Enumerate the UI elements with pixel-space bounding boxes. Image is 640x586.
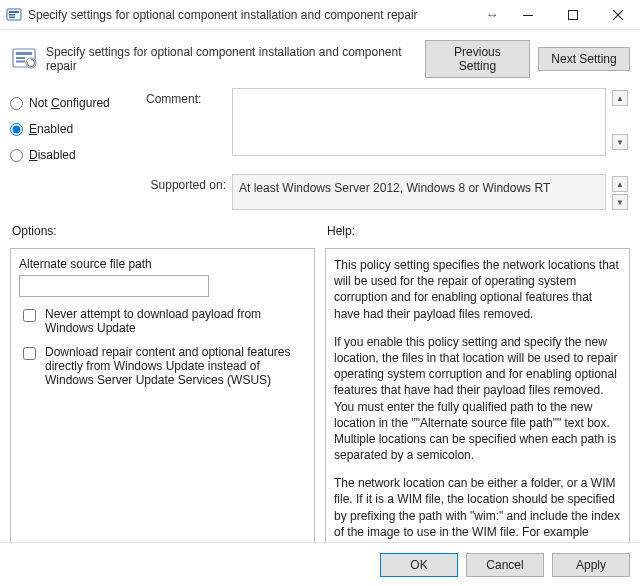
radio-not-configured-input[interactable]	[10, 97, 23, 110]
app-icon	[6, 7, 22, 23]
cancel-button[interactable]: Cancel	[466, 553, 544, 577]
direct-wu-label: Download repair content and optional fea…	[45, 345, 305, 387]
apply-button[interactable]: Apply	[552, 553, 630, 577]
supported-spin-down[interactable]: ▼	[612, 194, 628, 210]
supported-spin-up[interactable]: ▲	[612, 176, 628, 192]
section-headers: Options: Help:	[0, 218, 640, 244]
direct-wu-checkbox[interactable]: Download repair content and optional fea…	[19, 345, 306, 387]
panels: Alternate source file path Never attempt…	[0, 244, 640, 546]
help-panel[interactable]: This policy setting specifies the networ…	[325, 248, 630, 546]
svg-rect-1	[9, 11, 19, 13]
help-paragraph: If you enable this policy setting and sp…	[334, 334, 621, 464]
supported-value: At least Windows Server 2012, Windows 8 …	[232, 174, 606, 210]
close-button[interactable]	[595, 0, 640, 30]
alt-path-input[interactable]	[19, 275, 209, 297]
supported-spin: ▲ ▼	[612, 174, 630, 210]
minimize-button[interactable]	[505, 0, 550, 30]
comment-spin-up[interactable]: ▲	[612, 90, 628, 106]
window-title: Specify settings for optional component …	[28, 8, 418, 22]
svg-rect-4	[523, 15, 533, 16]
resize-handle-icon[interactable]: ↔	[479, 7, 505, 22]
dialog-footer: OK Cancel Apply	[0, 542, 640, 586]
maximize-button[interactable]	[550, 0, 595, 30]
ok-button[interactable]: OK	[380, 553, 458, 577]
svg-rect-8	[16, 57, 25, 59]
header-row: Specify settings for optional component …	[0, 30, 640, 86]
never-download-checkbox[interactable]: Never attempt to download payload from W…	[19, 307, 306, 335]
supported-row: Supported on: At least Windows Server 20…	[0, 170, 640, 218]
radio-enabled-input[interactable]	[10, 123, 23, 136]
title-bar: Specify settings for optional component …	[0, 0, 640, 30]
comment-spin-down[interactable]: ▼	[612, 134, 628, 150]
svg-rect-7	[16, 52, 32, 55]
alt-path-label: Alternate source file path	[19, 257, 306, 271]
svg-rect-3	[9, 16, 15, 18]
state-radio-group: Not Configured Enabled Disabled	[10, 88, 140, 168]
svg-rect-9	[16, 61, 25, 63]
comment-input[interactable]	[232, 88, 606, 156]
never-download-input[interactable]	[23, 309, 36, 322]
options-panel: Alternate source file path Never attempt…	[10, 248, 315, 546]
help-paragraph: This policy setting specifies the networ…	[334, 257, 621, 322]
previous-setting-button[interactable]: Previous Setting	[425, 40, 530, 78]
svg-rect-2	[9, 14, 15, 16]
help-label: Help:	[325, 222, 630, 244]
next-setting-button[interactable]: Next Setting	[538, 47, 630, 71]
direct-wu-input[interactable]	[23, 347, 36, 360]
policy-icon	[10, 45, 38, 73]
svg-rect-5	[568, 10, 577, 19]
radio-not-configured[interactable]: Not Configured	[10, 90, 140, 116]
help-paragraph: The network location can be either a fol…	[334, 475, 621, 546]
radio-enabled[interactable]: Enabled	[10, 116, 140, 142]
radio-disabled[interactable]: Disabled	[10, 142, 140, 168]
state-comment-row: Not Configured Enabled Disabled Comment:…	[0, 86, 640, 170]
never-download-label: Never attempt to download payload from W…	[45, 307, 305, 335]
options-label: Options:	[10, 222, 315, 244]
radio-disabled-input[interactable]	[10, 149, 23, 162]
comment-spin: ▲ ▼	[612, 88, 630, 150]
supported-label: Supported on:	[146, 174, 226, 210]
comment-label: Comment:	[146, 88, 226, 106]
header-caption: Specify settings for optional component …	[46, 45, 417, 73]
